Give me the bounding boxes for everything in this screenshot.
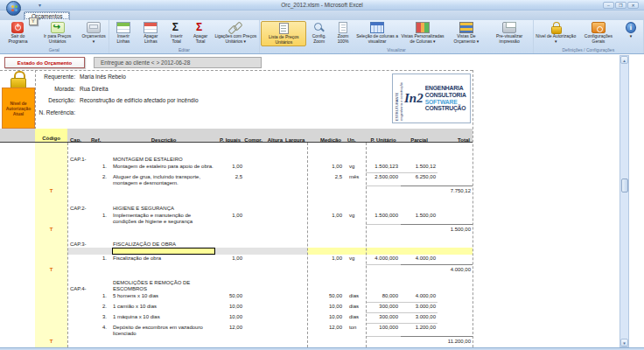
- section-header-row[interactable]: CAP.3-FISCALIZAÇÃO DE OBRA: [35, 238, 472, 248]
- sigma-red-icon: [193, 22, 207, 33]
- info-icon: [626, 22, 636, 33]
- ribbon-apagar-total-button[interactable]: Apagar Total: [188, 21, 213, 45]
- goto-icon: [51, 22, 65, 33]
- total-marker: T: [35, 227, 67, 233]
- company-logo: ESTRUTURANTE engenharia e construção In2…: [392, 74, 471, 123]
- logo-word: SOFTWARE: [425, 99, 466, 106]
- section-header-row[interactable]: CAP.1-MONTAGEM DE ESTALEIRO: [35, 153, 472, 163]
- column-header-band: CódigoCap.Ref.DescriçãoP. IguaisCompr.Al…: [0, 129, 472, 143]
- section-header-row[interactable]: CAP.4-DEMOLIÇÕES E REMOÇÃO DE ESCOMBROS: [35, 283, 472, 292]
- ribbon-zoom-100-button[interactable]: Zoom 100%: [332, 21, 354, 45]
- tbl-icon: [116, 22, 130, 33]
- ribbon-inserir-total-button[interactable]: Inserir Total: [165, 21, 188, 45]
- restore-button[interactable]: ❒: [615, 2, 626, 9]
- minimize-button[interactable]: –: [603, 2, 614, 9]
- item-row[interactable]: 4.Depósito de escombros em vazadouro lic…: [35, 324, 472, 337]
- item-row[interactable]: 2.Aluguer de grua, incluindo transporte,…: [35, 173, 472, 186]
- ribbon-selecao-de-colunas-button[interactable]: Seleção de colunas a visualizar: [354, 21, 400, 45]
- ribbon-button-label: Inserir Linhas: [111, 34, 136, 44]
- authorization-level-badge: Nível de Autorização Atual: [2, 88, 35, 129]
- ribbon-button-label: Inserir Total: [166, 34, 187, 44]
- power-icon: [11, 22, 24, 33]
- ribbon-button-label: ▾: [630, 34, 633, 39]
- ribbon-button-label: Configurações Gerais: [578, 34, 619, 44]
- scroll-down-icon[interactable]: ▼: [620, 339, 628, 346]
- authorization-lock-icon: [10, 71, 26, 88]
- field-label: N. Referência:: [38, 109, 75, 116]
- lock-icon: [550, 22, 561, 33]
- selected-cell[interactable]: [112, 248, 215, 255]
- ribbon-group-label: Editar: [109, 47, 260, 52]
- keytip-badge: Y: [29, 18, 38, 25]
- section-total-row[interactable]: T1.500,00: [35, 225, 472, 234]
- section-total-row[interactable]: T11.200,00: [35, 337, 472, 346]
- column-divider: [307, 143, 308, 347]
- total-marker: T: [35, 339, 67, 345]
- ribbon-pre-visualizar-impressao-button[interactable]: Pre-visualizar impressão: [487, 21, 532, 45]
- excel-window: ▾ Orc_2012.xlsm - Microsoft Excel – ❒ ✕ …: [0, 0, 644, 350]
- header-field: Morada:Rua Direita: [38, 86, 371, 93]
- close-button[interactable]: ✕: [627, 2, 639, 9]
- item-row[interactable]: 2.1 camião x 10 dias10,0010,00dias300,00…: [35, 303, 472, 313]
- ribbon-group: Inserir LinhasApagar LinhasInserir Total…: [109, 20, 261, 53]
- title-bar: ▾ Orc_2012.xlsm - Microsoft Excel – ❒ ✕: [0, 0, 644, 10]
- header-field: Descrição:Reconstrução de edifício afect…: [38, 97, 371, 104]
- estado-do-orcamento-button[interactable]: Estado do Orçamento: [4, 57, 85, 68]
- item-row[interactable]: 1.Implementação e manutenção de condiçõe…: [35, 212, 472, 225]
- selected-row[interactable]: [35, 248, 472, 255]
- scroll-up-icon[interactable]: ▲: [620, 56, 628, 64]
- item-row[interactable]: 3.1 máquina x 10 dias10,0010,00dias300,0…: [35, 313, 472, 324]
- ribbon-lista-de-precos-unitarios-button[interactable]: Lista de Preços Unitários: [261, 21, 306, 46]
- column-divider: [366, 143, 367, 347]
- section-total-row[interactable]: T7.750,12: [35, 186, 472, 195]
- ribbon-button-label: Vistas De Orçamento ▾: [446, 34, 486, 44]
- section-total-row[interactable]: T4.000,00: [35, 265, 472, 274]
- ribbon-configuracoes-gerais-button[interactable]: Configurações Gerais: [578, 21, 620, 45]
- ribbon-apagar-linhas-button[interactable]: Apagar Linhas: [136, 21, 164, 45]
- header-field: N. Referência:: [38, 109, 371, 116]
- ribbon-tab-strip: Orçamentos ? – ❒ ✕: [0, 10, 644, 20]
- link-icon: [228, 22, 242, 33]
- field-value: Rua Direita: [75, 86, 108, 93]
- logo-word: CONSULTORIA: [425, 92, 466, 99]
- logo-tagline: ESTRUTURANTE engenharia e construção: [395, 77, 403, 121]
- zoom-icon: [312, 22, 326, 33]
- item-row[interactable]: 1.Montagem de estaleiro para apoio de ob…: [35, 163, 472, 173]
- item-row[interactable]: 1.Fiscalização de obra1,001,00vg4.000,00…: [35, 255, 472, 265]
- vertical-scrollbar[interactable]: ▲ ▼: [620, 55, 629, 347]
- ribbon-button-label: Orçamentos ▾: [80, 34, 106, 44]
- ribbon-nivel-de-autorizacao-button[interactable]: Nível de Autorização ▾: [535, 21, 578, 45]
- ribbon-inserir-linhas-button[interactable]: Inserir Linhas: [110, 21, 136, 45]
- field-label: Descrição:: [38, 97, 75, 104]
- ribbon-orcamentos-button[interactable]: Orçamentos ▾: [80, 21, 107, 45]
- header-field: Requerente:Maria Inês Rebelo: [38, 74, 371, 80]
- cols-icon: [370, 22, 384, 33]
- ribbon-ir-para-precos-unitarios-button[interactable]: Ir para Preços Unitários: [35, 21, 80, 45]
- column-header-0: Código: [35, 129, 67, 143]
- ribbon-group: Nível de Autorização ▾Configurações Gera…: [534, 20, 644, 53]
- ribbon-button-label: Sair do Programa: [2, 34, 34, 44]
- estado-value-field[interactable]: Entregue ao cliente < > 2012-06-28: [94, 57, 262, 68]
- office-button-icon[interactable]: [6, 1, 21, 16]
- scrollbar-thumb[interactable]: [621, 178, 628, 192]
- page-boundary-line: [0, 70, 472, 71]
- budget-header-fields: Requerente:Maria Inês RebeloMorada:Rua D…: [38, 74, 371, 121]
- ribbon-group-label: Geral: [0, 47, 108, 52]
- sigma-icon: [170, 22, 184, 33]
- ribbon-group: Lista de Preços UnitáriosConfig. ZoomZoo…: [260, 20, 533, 53]
- budget-table: CAP.1-MONTAGEM DE ESTALEIRO1.Montagem de…: [0, 143, 644, 347]
- item-row[interactable]: 1.5 homens x 10 dias50,0050,00dias80,000…: [35, 292, 472, 303]
- ribbon-ligacoes-com-precos-unitarios-button[interactable]: Ligações com Preços Unitários ▾: [213, 21, 258, 45]
- ribbon-config-zoom-button[interactable]: Config. Zoom: [306, 21, 332, 45]
- ribbon-vistas-personalizadas-button[interactable]: Vistas Personalizadas de Colunas ▾: [400, 21, 445, 45]
- ribbon-button-label: Ligações com Preços Unitários ▾: [214, 34, 257, 44]
- ribbon-button-label: Config. Zoom: [307, 34, 331, 44]
- field-value: [75, 109, 80, 116]
- section-header-row[interactable]: CAP.2-HIGIENE E SEGURANÇA: [35, 202, 472, 212]
- logo-word: ENGENHARIA: [425, 85, 466, 92]
- ribbon-button-label: Ir para Preços Unitários: [36, 34, 79, 44]
- ribbon-vistas-de-orcamento-button[interactable]: Vistas De Orçamento ▾: [445, 21, 487, 45]
- total-marker: T: [35, 267, 67, 273]
- ribbon-button-label: Apagar Total: [189, 34, 212, 44]
- ribbon-info-button[interactable]: ▾: [620, 21, 642, 40]
